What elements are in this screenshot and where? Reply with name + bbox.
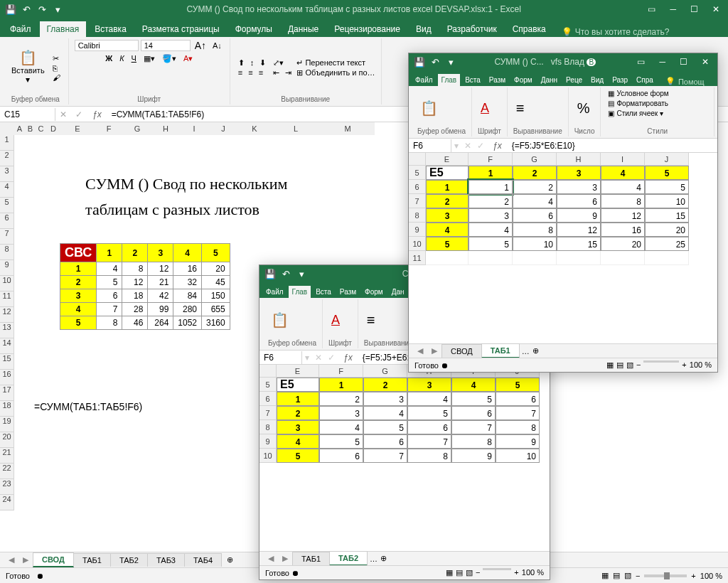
border-icon[interactable]: ▦▾ <box>141 54 157 63</box>
bold-button[interactable]: Ж <box>103 54 114 63</box>
c1-number-button[interactable]: % <box>574 100 593 117</box>
c1-fx-icon[interactable]: ƒx <box>487 141 508 151</box>
format-painter-icon[interactable]: 🖌 <box>50 73 63 82</box>
c1-tab-data[interactable]: Данн <box>537 74 561 86</box>
c1-user-icon[interactable]: В <box>587 58 596 66</box>
view-layout-icon[interactable]: ▤ <box>613 571 620 580</box>
minimize-icon[interactable]: ─ <box>665 4 680 14</box>
accept-formula-icon[interactable]: ✓ <box>71 109 87 119</box>
c1-tab-review[interactable]: Реце <box>562 74 586 86</box>
zoom-in-icon[interactable]: + <box>691 572 695 580</box>
tab-view[interactable]: Вид <box>409 21 439 37</box>
c1-nav-prev-icon[interactable]: ◀ <box>413 346 427 355</box>
c2-tab-home[interactable]: Глав <box>289 286 311 298</box>
font-color-icon[interactable]: A▾ <box>181 54 195 63</box>
c1-formula-input[interactable] <box>508 139 717 152</box>
save-icon[interactable]: 💾 <box>4 3 17 16</box>
c1-add-sheet-icon[interactable]: ⊕ <box>532 346 539 355</box>
macro-rec-icon[interactable]: ⏺ <box>36 572 44 580</box>
c2-macro-icon[interactable]: ⏺ <box>291 569 299 577</box>
c1-nav-next-icon[interactable]: ▶ <box>427 346 441 355</box>
orientation-icon[interactable]: ⤢▾ <box>271 58 294 68</box>
sheet-tab-tab1[interactable]: ТАБ1 <box>73 553 111 567</box>
c2-tab-layout[interactable]: Разм <box>336 286 360 298</box>
c2-paste-button[interactable]: 📋 <box>268 311 291 328</box>
c1-macro-icon[interactable]: ⏺ <box>441 361 449 370</box>
c1-sheet-tab1[interactable]: ТАБ1 <box>481 343 520 358</box>
c1-undo-icon[interactable]: ↶ <box>429 55 441 68</box>
c1-ribbon-opts-icon[interactable]: ▭ <box>633 57 649 67</box>
c2-nav-next-icon[interactable]: ▶ <box>278 554 292 563</box>
c1-format-table-button[interactable]: ▤Форматировать <box>606 99 670 108</box>
tab-review[interactable]: Рецензирование <box>327 21 407 37</box>
c2-sheet-tab2[interactable]: ТАБ2 <box>329 551 368 566</box>
tab-help[interactable]: Справка <box>505 21 553 37</box>
tab-data[interactable]: Данные <box>281 21 326 37</box>
view-normal-icon[interactable]: ▦ <box>601 571 609 580</box>
zoom-level[interactable]: 100 % <box>700 572 722 580</box>
sheet-nav-prev-icon[interactable]: ◀ <box>4 555 18 565</box>
tab-formulas[interactable]: Формулы <box>228 21 279 37</box>
c2-nav-prev-icon[interactable]: ◀ <box>264 554 278 563</box>
align-left-icon[interactable]: ≡ <box>236 68 245 77</box>
c2-tab-file[interactable]: Файл <box>262 286 287 298</box>
c2-tab-data[interactable]: Дан <box>388 286 408 298</box>
wrap-text-button[interactable]: ↵ Перенести текст <box>296 58 375 68</box>
c1-tab-dev[interactable]: Разр <box>609 74 631 86</box>
c1-tab-view[interactable]: Вид <box>587 74 607 86</box>
fx-icon[interactable]: ƒx <box>87 109 107 119</box>
align-bottom-icon[interactable]: ⬇ <box>257 58 268 68</box>
c1-save-icon[interactable]: 💾 <box>413 55 426 68</box>
view-break-icon[interactable]: ▧ <box>624 571 631 580</box>
zoom-out-icon[interactable]: − <box>636 572 640 580</box>
maximize-icon[interactable]: ☐ <box>686 4 702 14</box>
c2-name-box[interactable]: F6 <box>259 351 302 364</box>
font-size-input[interactable] <box>141 40 191 51</box>
grow-font-icon[interactable]: A↑ <box>193 40 208 51</box>
indent-inc-icon[interactable]: ⇥ <box>283 68 294 77</box>
tab-file[interactable]: Файл <box>3 21 38 37</box>
c1-tab-help[interactable]: Спра <box>633 74 657 86</box>
c1-tab-layout[interactable]: Разм <box>486 74 509 86</box>
c1-min-icon[interactable]: ─ <box>655 57 670 67</box>
paste-button[interactable]: 📋 Вставить ▾ <box>9 49 48 86</box>
align-middle-icon[interactable]: ↕ <box>248 58 257 68</box>
c2-add-sheet-icon[interactable]: ⊕ <box>380 554 387 563</box>
c1-tab-insert[interactable]: Вста <box>461 74 484 86</box>
italic-button[interactable]: К <box>117 54 126 63</box>
sheet-tab-tab3[interactable]: ТАБ3 <box>147 553 185 567</box>
c2-tab-form[interactable]: Форм <box>361 286 387 298</box>
add-sheet-icon[interactable]: ⊕ <box>221 555 239 565</box>
underline-button[interactable]: Ч <box>129 54 139 63</box>
close-icon[interactable]: ✕ <box>708 4 724 14</box>
ribbon-options-icon[interactable]: ▭ <box>643 4 660 14</box>
align-center-icon[interactable]: ≡ <box>246 68 255 77</box>
c1-tab-form[interactable]: Форм <box>510 74 536 86</box>
sheet-nav-next-icon[interactable]: ▶ <box>18 555 33 565</box>
c1-cell-styles-button[interactable]: ▣Стили ячеек ▾ <box>606 109 665 118</box>
c2-qat-drop-icon[interactable]: ▾ <box>295 267 308 280</box>
fill-color-icon[interactable]: 🪣▾ <box>160 54 178 63</box>
font-name-input[interactable] <box>75 40 139 51</box>
c1-qat-drop-icon[interactable]: ▾ <box>444 55 457 68</box>
merge-button[interactable]: ⊞ Объединить и по… <box>296 68 375 77</box>
c2-font-button[interactable]: А <box>328 311 343 329</box>
c1-tellme[interactable]: 💡Помощ <box>665 77 705 86</box>
copy-icon[interactable]: ⎘ <box>50 64 63 73</box>
c2-undo-icon[interactable]: ↶ <box>279 267 292 280</box>
c2-fx-icon[interactable]: ƒx <box>338 353 358 363</box>
c1-font-button[interactable]: А <box>478 100 492 117</box>
redo-icon[interactable]: ↷ <box>36 3 48 16</box>
undo-icon[interactable]: ↶ <box>20 3 33 16</box>
sheet-tab-svod[interactable]: СВОД <box>33 552 74 567</box>
c2-align-button[interactable]: ≡ <box>364 311 378 328</box>
sheet-tab-tab2[interactable]: ТАБ2 <box>110 553 148 567</box>
c2-sheet-tab1[interactable]: ТАБ1 <box>292 552 330 565</box>
c1-tab-home[interactable]: Глав <box>438 74 461 86</box>
sheet-tab-tab4[interactable]: ТАБ4 <box>184 553 222 567</box>
c1-align-button[interactable]: ≡ <box>513 100 528 117</box>
tab-home[interactable]: Главная <box>40 21 87 37</box>
tab-developer[interactable]: Разработчик <box>440 21 504 37</box>
c1-sheet-svod[interactable]: СВОД <box>441 344 482 358</box>
c1-max-icon[interactable]: ☐ <box>675 57 692 67</box>
